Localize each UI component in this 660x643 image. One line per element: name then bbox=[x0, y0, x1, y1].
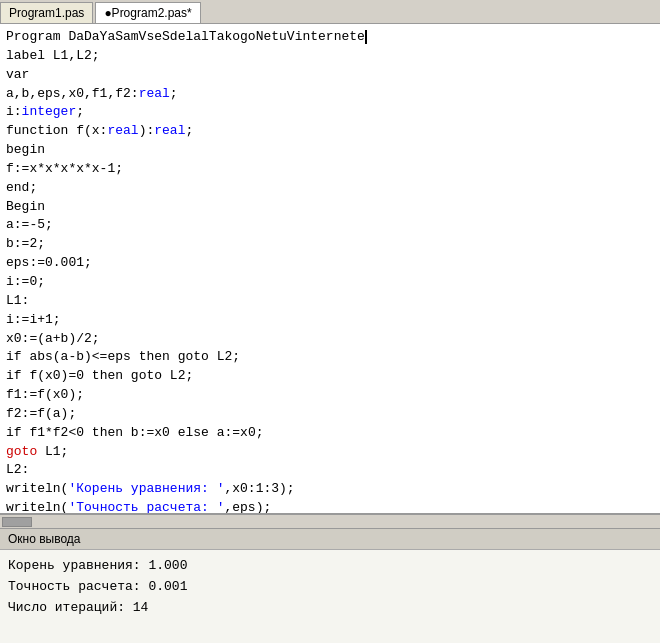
output-line: Число итераций: 14 bbox=[8, 598, 652, 619]
code-line: label L1,L2; bbox=[6, 47, 654, 66]
output-header: Окно вывода bbox=[0, 528, 660, 550]
code-line: b:=2; bbox=[6, 235, 654, 254]
tab-bar: Program1.pas ●Program2.pas* bbox=[0, 0, 660, 24]
code-line: i:=0; bbox=[6, 273, 654, 292]
code-line: Begin bbox=[6, 198, 654, 217]
code-editor[interactable]: Program DaDaYaSamVseSdelalTakogoNetuVint… bbox=[0, 24, 660, 514]
code-line: a:=-5; bbox=[6, 216, 654, 235]
code-line: function f(x:real):real; bbox=[6, 122, 654, 141]
tab-program1-label: Program1.pas bbox=[9, 6, 84, 20]
code-line: if abs(a-b)<=eps then goto L2; bbox=[6, 348, 654, 367]
code-line: eps:=0.001; bbox=[6, 254, 654, 273]
tab-program1[interactable]: Program1.pas bbox=[0, 2, 93, 23]
code-line: var bbox=[6, 66, 654, 85]
code-line: begin bbox=[6, 141, 654, 160]
code-line: writeln('Корень уравнения: ',x0:1:3); bbox=[6, 480, 654, 499]
code-line: x0:=(a+b)/2; bbox=[6, 330, 654, 349]
code-line: a,b,eps,x0,f1,f2:real; bbox=[6, 85, 654, 104]
code-line: f2:=f(a); bbox=[6, 405, 654, 424]
code-line: writeln('Точность расчета: ',eps); bbox=[6, 499, 654, 514]
code-line: i:integer; bbox=[6, 103, 654, 122]
code-line: Program DaDaYaSamVseSdelalTakogoNetuVint… bbox=[6, 28, 654, 47]
output-line: Точность расчета: 0.001 bbox=[8, 577, 652, 598]
code-line: i:=i+1; bbox=[6, 311, 654, 330]
output-area: Корень уравнения: 1.000Точность расчета:… bbox=[0, 550, 660, 643]
tab-program2-label: ●Program2.pas* bbox=[104, 6, 191, 20]
code-line: if f(x0)=0 then goto L2; bbox=[6, 367, 654, 386]
code-line: f:=x*x*x*x*x-1; bbox=[6, 160, 654, 179]
code-line: if f1*f2<0 then b:=x0 else a:=x0; bbox=[6, 424, 654, 443]
scrollbar-thumb[interactable] bbox=[2, 517, 32, 527]
code-line: end; bbox=[6, 179, 654, 198]
horizontal-scrollbar[interactable] bbox=[0, 514, 660, 528]
code-line: goto L1; bbox=[6, 443, 654, 462]
code-line: f1:=f(x0); bbox=[6, 386, 654, 405]
code-line: L1: bbox=[6, 292, 654, 311]
tab-program2[interactable]: ●Program2.pas* bbox=[95, 2, 200, 23]
output-line: Корень уравнения: 1.000 bbox=[8, 556, 652, 577]
code-line: L2: bbox=[6, 461, 654, 480]
output-header-label: Окно вывода bbox=[8, 532, 81, 546]
